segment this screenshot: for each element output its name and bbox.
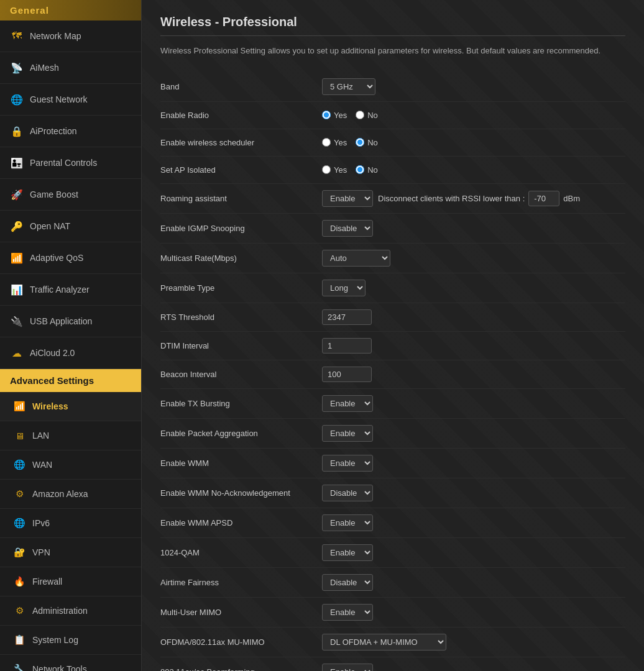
ofdma-label: OFDMA/802.11ax MU-MIMO (160, 637, 322, 647)
rts-input[interactable]: 2347 (322, 309, 372, 325)
ap-isolated-yes-input[interactable] (322, 165, 331, 174)
scheduler-yes[interactable]: Yes (322, 138, 347, 147)
sidebar-sub-item-label: Wireless (32, 401, 68, 411)
qam-select[interactable]: Enable Disable (322, 544, 373, 561)
adaptive-qos-icon: 📶 (10, 251, 24, 265)
roaming-rssi-input[interactable] (528, 191, 559, 206)
sidebar-item-traffic-analyzer[interactable]: 📊 Traffic Analyzer (0, 274, 141, 306)
sidebar-item-aimesh[interactable]: 📡 AiMesh (0, 52, 141, 84)
sidebar-item-guest-network[interactable]: 🌐 Guest Network (0, 84, 141, 116)
lan-icon: 🖥 (12, 429, 26, 442)
sidebar-item-game-boost[interactable]: 🚀 Game Boost (0, 179, 141, 211)
igmp-select[interactable]: Enable Disable (322, 220, 373, 237)
enable-radio-yes[interactable]: Yes (322, 111, 347, 120)
sidebar-item-label: Open NAT (30, 221, 70, 231)
preamble-row: Preamble Type Long Short (160, 273, 625, 303)
tx-burst-select[interactable]: Enable Disable (322, 395, 373, 412)
beacon-row: Beacon Interval 100 (160, 360, 625, 389)
wmm-select[interactable]: Enable Disable (322, 455, 373, 472)
rts-control: 2347 (322, 309, 372, 325)
beacon-input[interactable]: 100 (322, 367, 372, 382)
sidebar-item-wireless[interactable]: 📶 Wireless (0, 392, 141, 421)
firewall-icon: 🔥 (12, 575, 26, 588)
sidebar: General 🗺 Network Map 📡 AiMesh 🌐 Guest N… (0, 0, 142, 671)
wmm-no-ack-select[interactable]: Enable Disable (322, 485, 373, 501)
preamble-control: Long Short (322, 280, 366, 296)
sidebar-sub-item-label: WAN (32, 460, 52, 470)
mu-mimo-label: Multi-User MIMO (160, 608, 322, 617)
scheduler-no[interactable]: No (356, 138, 378, 147)
settings-form: Band 2.4 GHz 5 GHz Enable Radio Yes No (160, 72, 625, 672)
wmm-no-ack-control: Enable Disable (322, 485, 373, 501)
main-content: Wireless - Professional Wireless Profess… (142, 0, 644, 671)
sidebar-sub-item-label: Amazon Alexa (32, 489, 88, 499)
enable-radio-no[interactable]: No (356, 111, 378, 120)
scheduler-yes-input[interactable] (322, 138, 331, 147)
enable-radio-label: Enable Radio (160, 111, 322, 120)
ap-isolated-no[interactable]: No (356, 165, 378, 175)
band-label: Band (160, 82, 322, 91)
sidebar-item-usb-application[interactable]: 🔌 USB Application (0, 306, 141, 337)
sidebar-item-label: Adaptive QoS (30, 253, 83, 263)
roaming-row: Roaming assistant Enable Disable Disconn… (160, 184, 625, 214)
sidebar-item-vpn[interactable]: 🔐 VPN (0, 538, 141, 567)
beamforming-select[interactable]: Enable Disable (322, 664, 373, 672)
advanced-settings-label: Advanced Settings (0, 369, 141, 392)
enable-radio-no-input[interactable] (356, 111, 364, 119)
enable-radio-yes-input[interactable] (322, 111, 331, 119)
wmm-apsd-row: Enable WMM APSD Enable Disable (160, 508, 625, 538)
pkt-agg-select[interactable]: Enable Disable (322, 425, 373, 442)
sidebar-item-network-map[interactable]: 🗺 Network Map (0, 21, 141, 52)
airtime-select[interactable]: Enable Disable (322, 574, 373, 591)
aicloud-icon: ☁ (10, 346, 24, 360)
sidebar-item-wan[interactable]: 🌐 WAN (0, 450, 141, 480)
sidebar-item-parental-controls[interactable]: 👨‍👧 Parental Controls (0, 147, 141, 179)
guest-network-icon: 🌐 (10, 93, 24, 106)
wireless-icon: 📶 (12, 399, 26, 413)
roaming-select[interactable]: Enable Disable (322, 190, 373, 207)
network-tools-icon: 🔧 (12, 662, 26, 671)
band-select[interactable]: 2.4 GHz 5 GHz (322, 78, 375, 95)
usb-application-icon: 🔌 (10, 314, 24, 328)
wmm-apsd-select[interactable]: Enable Disable (322, 514, 373, 531)
sidebar-item-label: Parental Controls (30, 158, 97, 168)
enable-radio-control: Yes No (322, 111, 378, 120)
aimesh-icon: 📡 (10, 61, 24, 75)
wmm-label: Enable WMM (160, 459, 322, 468)
sidebar-item-adaptive-qos[interactable]: 📶 Adaptive QoS (0, 242, 141, 274)
sidebar-item-label: Traffic Analyzer (30, 285, 90, 294)
game-boost-icon: 🚀 (10, 188, 24, 201)
sidebar-item-label: AiCloud 2.0 (30, 348, 75, 358)
band-row: Band 2.4 GHz 5 GHz (160, 72, 625, 102)
wmm-row: Enable WMM Enable Disable (160, 449, 625, 478)
sidebar-item-lan[interactable]: 🖥 LAN (0, 421, 141, 450)
sidebar-item-ipv6[interactable]: 🌐 IPv6 (0, 509, 141, 538)
ap-isolated-no-input[interactable] (356, 165, 364, 174)
dtim-input[interactable]: 1 (322, 338, 372, 354)
sidebar-item-administration[interactable]: ⚙ Administration (0, 596, 141, 626)
wmm-no-ack-row: Enable WMM No-Acknowledgement Enable Dis… (160, 478, 625, 508)
parental-controls-icon: 👨‍👧 (10, 156, 24, 170)
beacon-label: Beacon Interval (160, 370, 322, 379)
sidebar-item-firewall[interactable]: 🔥 Firewall (0, 567, 141, 596)
sidebar-item-system-log[interactable]: 📋 System Log (0, 626, 141, 655)
sidebar-item-open-nat[interactable]: 🔑 Open NAT (0, 211, 141, 242)
multicast-select[interactable]: Auto 1 2 5.5 6 (322, 250, 390, 267)
sidebar-item-network-tools[interactable]: 🔧 Network Tools (0, 655, 141, 671)
beamforming-row: 802.11ax/ac Beamforming Enable Disable (160, 657, 625, 672)
ofdma-select[interactable]: DL OFDMA + MU-MIMO DL OFDMA MU-MIMO Disa… (322, 634, 446, 650)
roaming-label: Roaming assistant (160, 194, 322, 203)
mu-mimo-control: Enable Disable (322, 604, 373, 621)
sidebar-item-aiprotection[interactable]: 🔒 AiProtection (0, 116, 141, 147)
scheduler-no-input[interactable] (356, 138, 364, 147)
page-title: Wireless - Professional (160, 15, 625, 36)
enable-radio-row: Enable Radio Yes No (160, 102, 625, 129)
enable-scheduler-row: Enable wireless scheduler Yes No (160, 129, 625, 157)
sidebar-item-label: USB Application (30, 316, 92, 326)
sidebar-item-amazon-alexa[interactable]: ⚙ Amazon Alexa (0, 480, 141, 509)
mu-mimo-select[interactable]: Enable Disable (322, 604, 373, 621)
preamble-select[interactable]: Long Short (322, 280, 366, 296)
ap-isolated-yes[interactable]: Yes (322, 165, 347, 175)
sidebar-item-aicloud[interactable]: ☁ AiCloud 2.0 (0, 337, 141, 369)
roaming-rssi-label: Disconnect clients with RSSI lower than … (378, 194, 525, 203)
